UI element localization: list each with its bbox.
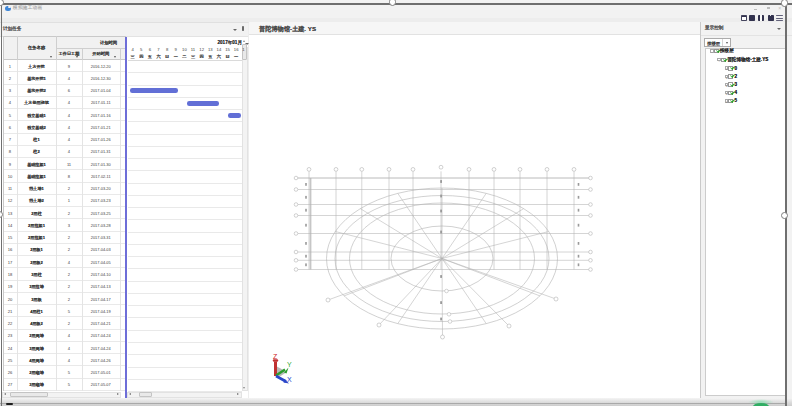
svg-text:Y: Y	[287, 361, 292, 368]
svg-text:X: X	[287, 376, 292, 383]
svg-text:Z: Z	[273, 353, 278, 360]
